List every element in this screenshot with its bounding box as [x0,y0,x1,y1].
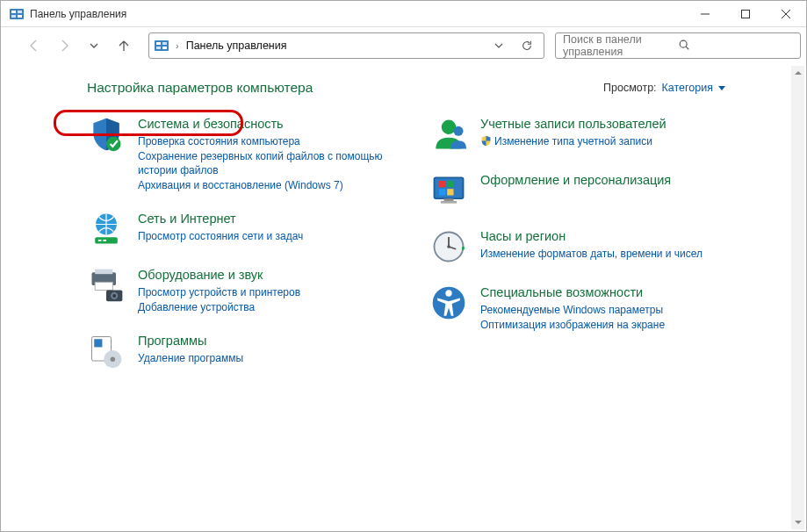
category-title-link[interactable]: Оборудование и звук [138,267,300,284]
vertical-scrollbar[interactable] [791,66,804,529]
svg-rect-28 [94,340,102,348]
accessibility-icon [429,284,468,322]
search-input[interactable]: Поиск в панели управления [555,32,801,59]
svg-point-26 [112,294,116,298]
view-value[interactable]: Категория [662,82,713,94]
close-button[interactable] [766,1,806,27]
svg-rect-19 [98,240,102,241]
svg-rect-13 [162,47,167,49]
category-sublink[interactable]: Просмотр состояния сети и задач [138,229,303,243]
address-dropdown-button[interactable] [487,34,510,57]
control-panel-icon [10,7,24,21]
programs-icon [87,332,126,370]
forward-button[interactable] [50,32,78,60]
category-sublink[interactable]: Изменение форматов даты, времени и чисел [480,247,703,261]
svg-point-30 [111,357,115,363]
window-controls [685,1,806,27]
content-area: Настройка параметров компьютера Просмотр… [1,64,806,397]
svg-rect-39 [444,198,454,201]
svg-rect-6 [742,10,750,18]
svg-rect-2 [18,11,22,13]
category-sublink[interactable]: Сохранение резервных копий файлов с помо… [138,149,403,177]
minimize-button[interactable] [685,1,725,27]
category-appearance: Оформление и персонализация [429,171,746,210]
category-ease-of-access: Специальные возможности Рекомендуемые Wi… [429,284,746,332]
category-sublink[interactable]: Проверка состояния компьютера [138,134,403,148]
svg-point-14 [680,40,687,47]
svg-point-47 [445,290,451,296]
recent-dropdown-button[interactable] [80,32,108,60]
category-title-link[interactable]: Система и безопасность [138,116,403,133]
up-button[interactable] [110,32,138,60]
scroll-down-button[interactable] [791,515,804,529]
view-selector[interactable]: Просмотр: Категория [603,82,725,94]
printer-camera-icon [87,266,126,305]
svg-rect-38 [447,189,453,195]
svg-rect-23 [95,283,112,291]
svg-rect-35 [439,181,445,187]
category-sublink[interactable]: Оптимизация изображения на экране [480,318,665,332]
svg-rect-12 [156,47,161,49]
category-title-link[interactable]: Программы [138,333,243,350]
user-accounts-icon [429,115,468,154]
view-label: Просмотр: [603,82,657,94]
category-sublink[interactable]: Удаление программы [138,351,243,365]
category-sublink[interactable]: Просмотр устройств и принтеров [138,285,300,299]
chevron-down-icon [718,86,725,90]
svg-rect-1 [11,11,16,13]
uac-shield-icon [480,135,492,147]
category-hardware-sound: Оборудование и звук Просмотр устройств и… [87,266,403,314]
breadcrumb[interactable]: Панель управления [186,40,287,52]
svg-rect-0 [10,9,24,19]
globe-network-icon [87,210,126,248]
category-programs: Программы Удаление программы [87,332,403,370]
svg-rect-33 [435,177,464,198]
scroll-up-button[interactable] [791,66,804,80]
search-icon[interactable] [678,39,793,54]
search-placeholder: Поиск в панели управления [563,33,678,58]
svg-rect-10 [156,42,161,45]
svg-rect-22 [95,270,112,275]
svg-point-32 [454,126,464,136]
svg-rect-9 [155,40,169,51]
navigation-bar: › Панель управления Поиск в панели управ… [1,27,806,64]
svg-rect-4 [18,15,22,18]
category-system-security: Система и безопасность Проверка состояни… [87,115,403,192]
category-sublink[interactable]: Добавление устройства [138,300,300,314]
control-panel-icon [155,39,169,53]
svg-line-15 [686,47,688,49]
category-network-internet: Сеть и Интернет Просмотр состояния сети … [87,210,403,248]
category-title-link[interactable]: Часы и регион [480,228,703,246]
titlebar: Панель управления [1,1,806,27]
shield-icon [87,115,126,154]
svg-rect-11 [162,42,167,45]
window-title: Панель управления [30,8,126,20]
category-clock-region: Часы и регион Изменение форматов даты, в… [429,227,746,266]
right-column: Учетные записи пользователей Изменение т… [429,115,746,388]
clock-icon [429,227,468,266]
category-title-link[interactable]: Учетные записи пользователей [480,116,666,133]
refresh-button[interactable] [515,34,538,57]
svg-rect-36 [447,181,453,187]
back-button[interactable] [20,32,48,60]
svg-rect-20 [103,240,106,241]
breadcrumb-separator[interactable]: › [174,40,181,51]
category-title-link[interactable]: Специальные возможности [480,284,665,302]
svg-rect-40 [441,201,457,204]
personalization-icon [429,171,468,210]
svg-rect-3 [11,15,16,18]
svg-rect-37 [439,189,445,195]
category-sublink[interactable]: Рекомендуемые Windows параметры [480,303,665,317]
category-sublink[interactable]: Архивация и восстановление (Windows 7) [138,178,403,192]
category-sublink[interactable]: Изменение типа учетной записи [480,134,666,148]
address-bar[interactable]: › Панель управления [148,32,544,59]
category-title-link[interactable]: Оформление и персонализация [480,172,671,190]
left-column: Система и безопасность Проверка состояни… [87,115,403,388]
page-headline: Настройка параметров компьютера [87,80,313,96]
maximize-button[interactable] [725,1,766,27]
category-title-link[interactable]: Сеть и Интернет [138,211,303,228]
category-user-accounts: Учетные записи пользователей Изменение т… [429,115,746,154]
